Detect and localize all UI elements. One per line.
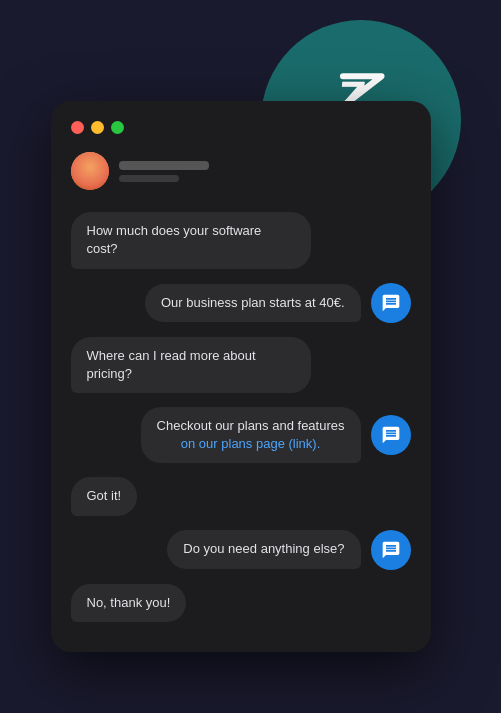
status-bar (119, 175, 179, 182)
message-text: Where can I read more about pricing? (87, 348, 256, 381)
agent-icon (371, 283, 411, 323)
chat-icon (381, 293, 401, 313)
agent-icon (371, 415, 411, 455)
user-bubble: No, thank you! (71, 584, 187, 622)
minimize-button-dot[interactable] (91, 121, 104, 134)
message-text: Do you need anything else? (183, 541, 344, 556)
agent-bubble: Do you need anything else? (167, 530, 360, 568)
chat-icon (381, 540, 401, 560)
message-row: No, thank you! (71, 584, 411, 622)
message-row: Our business plan starts at 40€. (71, 283, 411, 323)
agent-icon (371, 530, 411, 570)
message-text: No, thank you! (87, 595, 171, 610)
messages-container: How much does your software cost? Our bu… (71, 212, 411, 622)
window-controls (71, 121, 411, 134)
close-button-dot[interactable] (71, 121, 84, 134)
message-text: Got it! (87, 488, 122, 503)
user-bubble: How much does your software cost? (71, 212, 311, 268)
avatar (71, 152, 109, 190)
user-bubble: Where can I read more about pricing? (71, 337, 311, 393)
user-info (119, 161, 209, 182)
message-row: Do you need anything else? (71, 530, 411, 570)
chat-window: How much does your software cost? Our bu… (51, 101, 431, 652)
message-text: How much does your software cost? (87, 223, 262, 256)
message-row: Got it! (71, 477, 411, 515)
username-bar (119, 161, 209, 170)
avatar-face (71, 152, 109, 190)
user-bubble: Got it! (71, 477, 138, 515)
user-header (71, 152, 411, 190)
agent-bubble: Checkout our plans and features on our p… (141, 407, 361, 463)
message-text-before: Checkout our plans and features (157, 418, 345, 433)
agent-bubble: Our business plan starts at 40€. (145, 284, 361, 322)
maximize-button-dot[interactable] (111, 121, 124, 134)
chat-icon (381, 425, 401, 445)
message-row: Where can I read more about pricing? (71, 337, 411, 393)
message-text: Our business plan starts at 40€. (161, 295, 345, 310)
message-row: Checkout our plans and features on our p… (71, 407, 411, 463)
message-row: How much does your software cost? (71, 212, 411, 268)
message-link[interactable]: on our plans page (link). (181, 436, 320, 451)
